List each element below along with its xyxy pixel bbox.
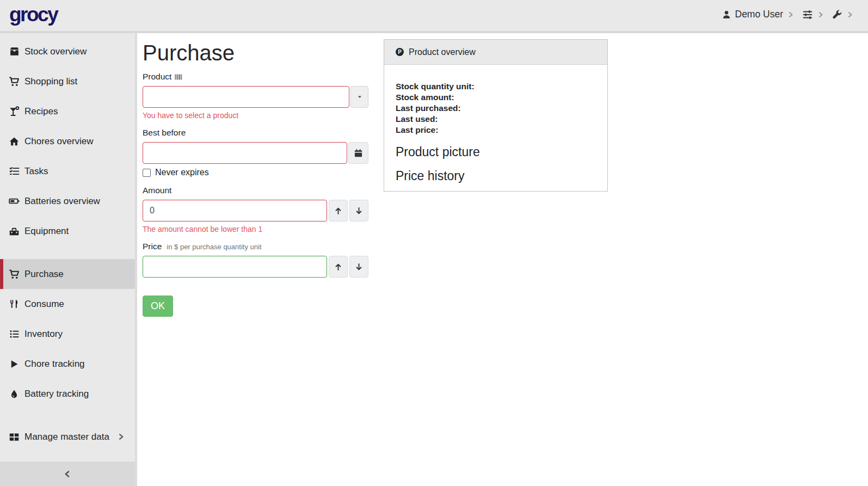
home-icon — [9, 136, 20, 147]
sidebar-item-chore-tracking[interactable]: Chore tracking — [0, 349, 135, 379]
amount-label: Amount — [143, 186, 171, 195]
product-overview-card: P Product overview Stock quantity unit: … — [384, 39, 608, 192]
product-picture-heading: Product picture — [396, 145, 596, 159]
arrow-down-icon — [354, 262, 364, 272]
list-icon — [9, 329, 20, 339]
product-overview-title: Product overview — [409, 47, 476, 57]
last-purchased-label: Last purchased: — [396, 103, 596, 114]
never-expires-label: Never expires — [155, 168, 209, 177]
sidebar-item-battery-tracking[interactable]: Battery tracking — [0, 379, 135, 409]
never-expires-row: Never expires — [143, 168, 368, 177]
product-label: Product — [143, 72, 171, 82]
sliders-icon — [802, 9, 813, 20]
amount-increment-button[interactable] — [329, 200, 348, 222]
sidebar-item-purchase[interactable]: Purchase — [0, 259, 135, 289]
droplet-icon — [9, 389, 20, 399]
cocktail-icon — [9, 106, 20, 117]
chevron-right-icon — [787, 11, 795, 19]
table-icon — [9, 432, 20, 442]
purchase-form: Product You have to select a product Bes… — [143, 72, 368, 317]
product-dropdown-button[interactable] — [350, 86, 368, 108]
price-increment-button[interactable] — [329, 256, 348, 278]
sidebar-item-equipment[interactable]: Equipment — [0, 216, 135, 246]
sidebar-item-label: Consume — [24, 299, 64, 310]
sidebar-item-label: Chore tracking — [24, 359, 85, 370]
chevron-right-icon — [846, 11, 854, 19]
admin-menu-toggle[interactable] — [832, 9, 854, 20]
toolbox-icon — [9, 226, 20, 237]
topbar-menus: Demo User — [722, 9, 854, 20]
stock-amount-label: Stock amount: — [396, 92, 596, 103]
amount-decrement-button[interactable] — [349, 200, 368, 222]
sidebar-item-label: Batteries overview — [24, 196, 100, 207]
product-group: Product You have to select a product — [143, 72, 368, 120]
calendar-icon — [354, 149, 363, 158]
sidebar-item-recipes[interactable]: Recipes — [0, 96, 135, 126]
svg-text:P: P — [398, 49, 402, 55]
sidebar-item-label: Chores overview — [24, 136, 94, 147]
amount-group: Amount The amount cannot be lower than 1 — [143, 186, 368, 233]
sidebar-item-label: Recipes — [24, 106, 58, 117]
grocy-logo[interactable]: grocy — [9, 3, 57, 26]
cart-icon — [9, 269, 20, 280]
product-circle-icon: P — [395, 47, 404, 57]
arrow-down-icon — [354, 206, 364, 216]
amount-error: The amount cannot be lower than 1 — [143, 225, 368, 233]
settings-menu-toggle[interactable] — [802, 9, 824, 20]
last-used-label: Last used: — [396, 114, 596, 125]
utensils-icon — [9, 299, 20, 309]
user-menu-toggle[interactable]: Demo User — [722, 9, 795, 20]
battery-icon — [9, 195, 20, 207]
sidebar: Stock overview Shopping list Recipes Cho… — [0, 33, 137, 486]
price-label: Price — [143, 242, 162, 251]
sidebar-item-tasks[interactable]: Tasks — [0, 156, 135, 186]
chevron-left-icon — [63, 470, 72, 478]
sidebar-item-label: Inventory — [24, 329, 63, 340]
box-icon — [9, 46, 20, 57]
sidebar-collapse-toggle[interactable] — [0, 462, 135, 486]
product-input[interactable] — [143, 86, 349, 108]
user-name: Demo User — [735, 9, 784, 20]
price-group: Price in $ per purchase quantity unit — [143, 242, 368, 278]
arrow-up-icon — [334, 262, 343, 272]
calendar-button[interactable] — [348, 142, 368, 164]
barcode-icon — [175, 73, 183, 81]
sidebar-item-label: Stock overview — [24, 46, 87, 57]
cart-icon — [9, 76, 20, 87]
wrench-icon — [832, 9, 842, 20]
price-input[interactable] — [143, 256, 327, 278]
product-overview-body: Stock quantity unit: Stock amount: Last … — [384, 65, 607, 183]
best-before-label: Best before — [143, 128, 186, 138]
sidebar-item-label: Tasks — [24, 166, 48, 177]
sidebar-item-inventory[interactable]: Inventory — [0, 319, 135, 349]
best-before-group: Best before Never expires — [143, 128, 368, 177]
price-decrement-button[interactable] — [349, 256, 368, 278]
sidebar-item-stock-overview[interactable]: Stock overview — [0, 36, 135, 66]
price-history-heading: Price history — [396, 169, 596, 183]
sidebar-item-label: Purchase — [24, 269, 64, 280]
sidebar-item-label: Shopping list — [24, 76, 77, 87]
play-icon — [9, 359, 20, 369]
sidebar-item-consume[interactable]: Consume — [0, 289, 135, 319]
last-price-label: Last price: — [396, 125, 596, 136]
stock-quantity-unit-label: Stock quantity unit: — [396, 81, 596, 92]
amount-input[interactable] — [143, 200, 327, 222]
chevron-right-icon — [817, 11, 824, 19]
sidebar-item-label: Manage master data — [24, 432, 109, 442]
never-expires-checkbox[interactable] — [143, 169, 151, 177]
caret-down-icon — [356, 93, 364, 101]
arrow-up-icon — [334, 206, 343, 216]
ok-button[interactable]: OK — [143, 296, 173, 317]
best-before-input[interactable] — [143, 142, 347, 164]
tasks-icon — [9, 166, 20, 176]
sidebar-item-manage-master-data[interactable]: Manage master data — [0, 422, 135, 452]
sidebar-item-label: Equipment — [24, 226, 69, 237]
topbar: grocy Demo User — [0, 0, 868, 33]
sidebar-item-chores-overview[interactable]: Chores overview — [0, 126, 135, 156]
user-icon — [722, 10, 731, 20]
price-hint: in $ per purchase quantity unit — [167, 243, 261, 251]
sidebar-item-batteries-overview[interactable]: Batteries overview — [0, 186, 135, 216]
sidebar-item-shopping-list[interactable]: Shopping list — [0, 66, 135, 96]
chevron-right-icon — [117, 433, 125, 441]
sidebar-item-label: Battery tracking — [24, 389, 89, 399]
